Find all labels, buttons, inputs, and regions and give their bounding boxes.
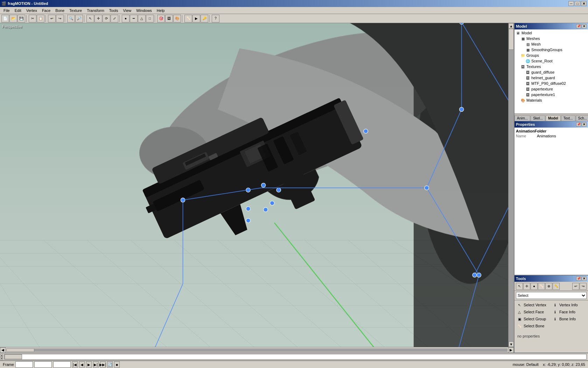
timeline-btn-2[interactable]: ▼ (0, 357, 3, 360)
hscroll-right-btn[interactable]: ▶ (508, 347, 514, 353)
toolbar-copy[interactable]: 📋 (37, 15, 44, 22)
menu-item-vertex[interactable]: Vertex (24, 8, 39, 13)
tree-item[interactable]: 🖼guard_diffuse (515, 69, 587, 75)
tree-item[interactable]: 🖼helmet_guard (515, 75, 587, 81)
vscroll-down-btn[interactable]: ▼ (509, 341, 514, 347)
face-info-tool[interactable]: ℹ Face Info (552, 309, 587, 315)
minimize-button[interactable]: ─ (568, 1, 574, 6)
tab-skel[interactable]: Skel... (531, 115, 545, 121)
toolbar-cut[interactable]: ✂ (29, 15, 36, 22)
tree-item[interactable]: 🖥Model (515, 30, 587, 36)
toolbar-bone[interactable]: 🦴 (184, 15, 192, 22)
timeline-btn-1[interactable]: ▲ (0, 354, 3, 357)
viewport-hscrollbar[interactable]: ◀ ▶ (0, 347, 514, 353)
tools-select-vertex[interactable]: ● (531, 283, 538, 290)
toolbar-render[interactable]: 🎯 (157, 15, 165, 22)
select-vertex-tool[interactable]: ↖ Select Vertex (516, 302, 551, 308)
toolbar-move[interactable]: ✛ (94, 15, 102, 22)
menu-item-windows[interactable]: Windows (134, 8, 154, 13)
toolbar-material[interactable]: 🎨 (173, 15, 181, 22)
toolbar-face[interactable]: △ (138, 15, 146, 22)
menu-item-tools[interactable]: Tools (107, 8, 120, 13)
tools-redo-btn[interactable]: ↪ (580, 283, 587, 290)
maximize-button[interactable]: □ (575, 1, 580, 6)
menu-item-texture[interactable]: Texture (67, 8, 84, 13)
tree-item[interactable]: ▦SmoothingGroups (515, 47, 587, 53)
hscroll-thumb[interactable] (6, 348, 34, 352)
toolbar-undo[interactable]: ↩ (48, 15, 56, 22)
tree-item[interactable]: 🖼Textures (515, 64, 587, 69)
select-face-tool[interactable]: △ Select Face (516, 309, 551, 315)
tab-anim[interactable]: Anim... (514, 115, 530, 121)
frame-loop-btn[interactable]: 🔄 (107, 361, 113, 368)
toolbar-anim[interactable]: ▶ (192, 15, 200, 22)
select-mode-dropdown[interactable]: SelectMoveRotateScale (516, 292, 587, 299)
menu-item-help[interactable]: Help (155, 8, 167, 13)
tree-item[interactable]: 🖼papertexture (515, 86, 587, 92)
tree-item[interactable]: 📁Groups (515, 53, 587, 58)
hscroll-left-btn[interactable]: ◀ (0, 347, 6, 353)
menu-item-file[interactable]: File (1, 8, 12, 13)
toolbar-select[interactable]: ↖ (86, 15, 94, 22)
tab-sch[interactable]: Sch... (576, 115, 588, 121)
vscroll-thumb[interactable] (509, 29, 514, 50)
tools-move[interactable]: ✛ (523, 283, 530, 290)
tools-panel-pin[interactable]: 📌 (576, 277, 581, 281)
frame-play-btn[interactable]: ▶ (86, 361, 92, 368)
toolbar-open[interactable]: 📂 (9, 15, 17, 22)
tree-item[interactable]: ▨Mesh (515, 41, 587, 47)
props-panel-pin[interactable]: 📌 (576, 122, 581, 127)
menu-item-transform[interactable]: Transform (85, 8, 106, 13)
toolbar-key[interactable]: 🔑 (201, 15, 208, 22)
frame-next-btn[interactable]: ▶| (93, 361, 99, 368)
frame-stop-btn[interactable]: ■ (114, 361, 120, 368)
viewport-vscrollbar[interactable]: ▲ ▼ (508, 23, 514, 347)
toolbar-scale[interactable]: ⤢ (111, 15, 118, 22)
vscroll-up-btn[interactable]: ▲ (509, 23, 514, 29)
tree-item[interactable]: 🖼papertexture1 (515, 92, 587, 97)
tools-cursor[interactable]: ↖ (516, 283, 523, 290)
toolbar-new[interactable]: 📄 (1, 15, 9, 22)
model-panel-pin[interactable]: 📌 (576, 24, 581, 28)
frame-prev-btn[interactable]: ◀ (79, 361, 85, 368)
toolbar-redo[interactable]: ↪ (56, 15, 64, 22)
toolbar-texture[interactable]: 🖼 (165, 15, 173, 22)
menu-item-bone[interactable]: Bone (53, 8, 66, 13)
toolbar-rotate[interactable]: ⟳ (103, 15, 110, 22)
tree-item[interactable]: 🖼MTF_P90_diffuse02 (515, 81, 587, 86)
frame-end-input[interactable] (34, 361, 52, 368)
model-panel-close[interactable]: ✕ (582, 24, 587, 28)
tools-axis[interactable]: ⊕ (545, 283, 552, 290)
props-panel-close[interactable]: ✕ (582, 122, 587, 127)
frame-start-input[interactable] (15, 361, 33, 368)
tools-undo-btn[interactable]: ↩ (572, 283, 579, 290)
toolbar-zoom-in[interactable]: 🔍 (67, 15, 75, 22)
select-group-tool[interactable]: ▣ Select Group (516, 316, 551, 322)
frame-last-btn[interactable]: ▶▶| (100, 361, 106, 368)
tools-measure[interactable]: 📏 (553, 283, 560, 290)
timeline-thumb[interactable] (5, 354, 22, 359)
bone-info-tool[interactable]: ℹ Bone Info (552, 316, 587, 322)
tools-panel-close[interactable]: ✕ (582, 277, 587, 281)
menu-item-face[interactable]: Face (40, 8, 52, 13)
tree-item[interactable]: 🎨Materials (515, 97, 587, 103)
toolbar-obj[interactable]: □ (146, 15, 154, 22)
tools-bone[interactable]: 🦴 (538, 283, 545, 290)
toolbar-save[interactable]: 💾 (18, 15, 25, 22)
tree-item[interactable]: 🌐Scene_Root (515, 58, 587, 64)
tab-model[interactable]: Model (546, 115, 561, 121)
toolbar-zoom-out[interactable]: 🔎 (75, 15, 83, 22)
viewport-3d[interactable]: Perspective (0, 23, 514, 353)
tab-text[interactable]: Text... (561, 115, 575, 121)
menu-item-edit[interactable]: Edit (13, 8, 23, 13)
toolbar-help[interactable]: ? (212, 15, 219, 22)
frame-first-btn[interactable]: |◀ (72, 361, 78, 368)
menu-item-view[interactable]: View (121, 8, 134, 13)
frame-current-input[interactable] (53, 361, 71, 368)
close-button[interactable]: ✕ (581, 1, 587, 6)
vertex-info-tool[interactable]: ℹ Vertex Info (552, 302, 587, 308)
toolbar-edge[interactable]: ━ (130, 15, 138, 22)
toolbar-vertex[interactable]: ● (122, 15, 130, 22)
tree-item[interactable]: ▦Meshes (515, 36, 587, 41)
select-bone-tool[interactable]: 🦴 Select Bone (516, 323, 551, 329)
